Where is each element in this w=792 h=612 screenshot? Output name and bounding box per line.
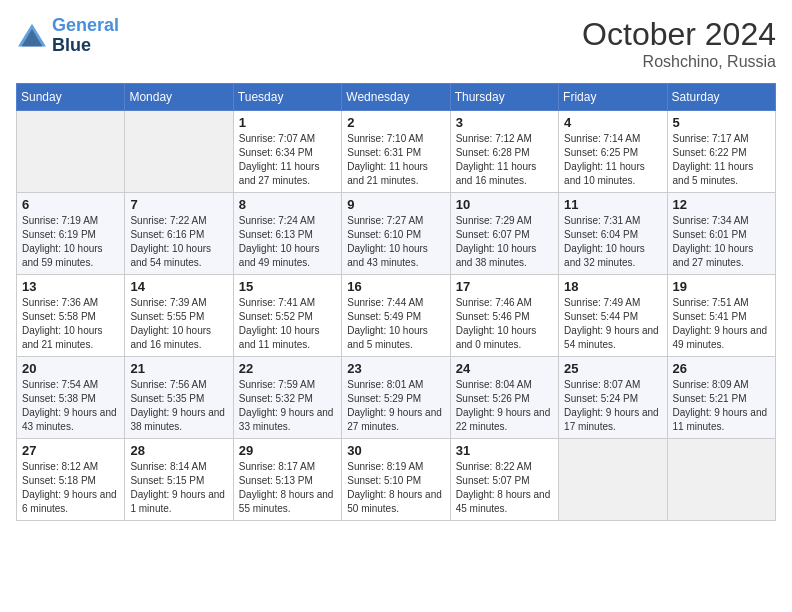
day-info: Sunrise: 7:59 AM Sunset: 5:32 PM Dayligh… [239,378,336,434]
day-number: 20 [22,361,119,376]
day-number: 9 [347,197,444,212]
day-info: Sunrise: 8:01 AM Sunset: 5:29 PM Dayligh… [347,378,444,434]
day-info: Sunrise: 7:41 AM Sunset: 5:52 PM Dayligh… [239,296,336,352]
day-number: 23 [347,361,444,376]
weekday-header-wednesday: Wednesday [342,84,450,111]
day-info: Sunrise: 7:39 AM Sunset: 5:55 PM Dayligh… [130,296,227,352]
day-number: 7 [130,197,227,212]
day-number: 26 [673,361,770,376]
day-number: 16 [347,279,444,294]
day-info: Sunrise: 7:24 AM Sunset: 6:13 PM Dayligh… [239,214,336,270]
calendar-cell: 1Sunrise: 7:07 AM Sunset: 6:34 PM Daylig… [233,111,341,193]
calendar-cell: 18Sunrise: 7:49 AM Sunset: 5:44 PM Dayli… [559,275,667,357]
day-info: Sunrise: 8:19 AM Sunset: 5:10 PM Dayligh… [347,460,444,516]
calendar-cell: 25Sunrise: 8:07 AM Sunset: 5:24 PM Dayli… [559,357,667,439]
weekday-header-thursday: Thursday [450,84,558,111]
calendar-cell: 15Sunrise: 7:41 AM Sunset: 5:52 PM Dayli… [233,275,341,357]
day-info: Sunrise: 7:49 AM Sunset: 5:44 PM Dayligh… [564,296,661,352]
day-info: Sunrise: 7:54 AM Sunset: 5:38 PM Dayligh… [22,378,119,434]
calendar-cell: 26Sunrise: 8:09 AM Sunset: 5:21 PM Dayli… [667,357,775,439]
logo-icon [16,22,48,50]
day-info: Sunrise: 8:04 AM Sunset: 5:26 PM Dayligh… [456,378,553,434]
calendar-cell: 23Sunrise: 8:01 AM Sunset: 5:29 PM Dayli… [342,357,450,439]
day-number: 12 [673,197,770,212]
calendar-cell: 19Sunrise: 7:51 AM Sunset: 5:41 PM Dayli… [667,275,775,357]
calendar-cell: 20Sunrise: 7:54 AM Sunset: 5:38 PM Dayli… [17,357,125,439]
day-info: Sunrise: 7:19 AM Sunset: 6:19 PM Dayligh… [22,214,119,270]
calendar-cell: 4Sunrise: 7:14 AM Sunset: 6:25 PM Daylig… [559,111,667,193]
day-number: 29 [239,443,336,458]
day-number: 5 [673,115,770,130]
calendar-cell: 14Sunrise: 7:39 AM Sunset: 5:55 PM Dayli… [125,275,233,357]
calendar-cell: 31Sunrise: 8:22 AM Sunset: 5:07 PM Dayli… [450,439,558,521]
calendar-cell: 17Sunrise: 7:46 AM Sunset: 5:46 PM Dayli… [450,275,558,357]
day-number: 28 [130,443,227,458]
calendar-cell [559,439,667,521]
day-info: Sunrise: 7:29 AM Sunset: 6:07 PM Dayligh… [456,214,553,270]
day-number: 27 [22,443,119,458]
day-number: 3 [456,115,553,130]
day-info: Sunrise: 7:34 AM Sunset: 6:01 PM Dayligh… [673,214,770,270]
day-info: Sunrise: 7:10 AM Sunset: 6:31 PM Dayligh… [347,132,444,188]
subtitle: Roshchino, Russia [582,53,776,71]
month-title: October 2024 [582,16,776,53]
day-number: 25 [564,361,661,376]
calendar-cell: 27Sunrise: 8:12 AM Sunset: 5:18 PM Dayli… [17,439,125,521]
day-number: 13 [22,279,119,294]
calendar-table: SundayMondayTuesdayWednesdayThursdayFrid… [16,83,776,521]
day-info: Sunrise: 8:12 AM Sunset: 5:18 PM Dayligh… [22,460,119,516]
page-header: General Blue October 2024 Roshchino, Rus… [16,16,776,71]
day-info: Sunrise: 7:46 AM Sunset: 5:46 PM Dayligh… [456,296,553,352]
weekday-header-sunday: Sunday [17,84,125,111]
calendar-cell: 22Sunrise: 7:59 AM Sunset: 5:32 PM Dayli… [233,357,341,439]
calendar-cell: 8Sunrise: 7:24 AM Sunset: 6:13 PM Daylig… [233,193,341,275]
logo: General Blue [16,16,119,56]
day-info: Sunrise: 7:44 AM Sunset: 5:49 PM Dayligh… [347,296,444,352]
day-info: Sunrise: 7:07 AM Sunset: 6:34 PM Dayligh… [239,132,336,188]
calendar-cell: 30Sunrise: 8:19 AM Sunset: 5:10 PM Dayli… [342,439,450,521]
day-number: 24 [456,361,553,376]
calendar-cell: 10Sunrise: 7:29 AM Sunset: 6:07 PM Dayli… [450,193,558,275]
calendar-cell: 3Sunrise: 7:12 AM Sunset: 6:28 PM Daylig… [450,111,558,193]
day-info: Sunrise: 7:22 AM Sunset: 6:16 PM Dayligh… [130,214,227,270]
day-number: 21 [130,361,227,376]
calendar-cell [17,111,125,193]
day-number: 30 [347,443,444,458]
day-info: Sunrise: 8:09 AM Sunset: 5:21 PM Dayligh… [673,378,770,434]
calendar-cell: 5Sunrise: 7:17 AM Sunset: 6:22 PM Daylig… [667,111,775,193]
day-info: Sunrise: 7:17 AM Sunset: 6:22 PM Dayligh… [673,132,770,188]
day-number: 1 [239,115,336,130]
day-number: 11 [564,197,661,212]
weekday-header-saturday: Saturday [667,84,775,111]
day-info: Sunrise: 8:14 AM Sunset: 5:15 PM Dayligh… [130,460,227,516]
day-number: 2 [347,115,444,130]
calendar-cell: 2Sunrise: 7:10 AM Sunset: 6:31 PM Daylig… [342,111,450,193]
calendar-cell: 16Sunrise: 7:44 AM Sunset: 5:49 PM Dayli… [342,275,450,357]
day-info: Sunrise: 7:36 AM Sunset: 5:58 PM Dayligh… [22,296,119,352]
day-info: Sunrise: 7:27 AM Sunset: 6:10 PM Dayligh… [347,214,444,270]
weekday-header-tuesday: Tuesday [233,84,341,111]
day-info: Sunrise: 8:22 AM Sunset: 5:07 PM Dayligh… [456,460,553,516]
weekday-header-friday: Friday [559,84,667,111]
day-number: 31 [456,443,553,458]
calendar-cell: 21Sunrise: 7:56 AM Sunset: 5:35 PM Dayli… [125,357,233,439]
calendar-cell: 13Sunrise: 7:36 AM Sunset: 5:58 PM Dayli… [17,275,125,357]
day-number: 15 [239,279,336,294]
day-number: 18 [564,279,661,294]
calendar-cell: 11Sunrise: 7:31 AM Sunset: 6:04 PM Dayli… [559,193,667,275]
logo-text: General [52,16,119,36]
day-number: 4 [564,115,661,130]
day-info: Sunrise: 8:07 AM Sunset: 5:24 PM Dayligh… [564,378,661,434]
calendar-cell [667,439,775,521]
day-info: Sunrise: 7:51 AM Sunset: 5:41 PM Dayligh… [673,296,770,352]
logo-text2: Blue [52,36,119,56]
day-info: Sunrise: 7:12 AM Sunset: 6:28 PM Dayligh… [456,132,553,188]
calendar-cell: 24Sunrise: 8:04 AM Sunset: 5:26 PM Dayli… [450,357,558,439]
day-number: 17 [456,279,553,294]
calendar-cell: 9Sunrise: 7:27 AM Sunset: 6:10 PM Daylig… [342,193,450,275]
calendar-cell: 7Sunrise: 7:22 AM Sunset: 6:16 PM Daylig… [125,193,233,275]
calendar-cell: 29Sunrise: 8:17 AM Sunset: 5:13 PM Dayli… [233,439,341,521]
calendar-cell: 12Sunrise: 7:34 AM Sunset: 6:01 PM Dayli… [667,193,775,275]
calendar-cell: 6Sunrise: 7:19 AM Sunset: 6:19 PM Daylig… [17,193,125,275]
day-info: Sunrise: 8:17 AM Sunset: 5:13 PM Dayligh… [239,460,336,516]
